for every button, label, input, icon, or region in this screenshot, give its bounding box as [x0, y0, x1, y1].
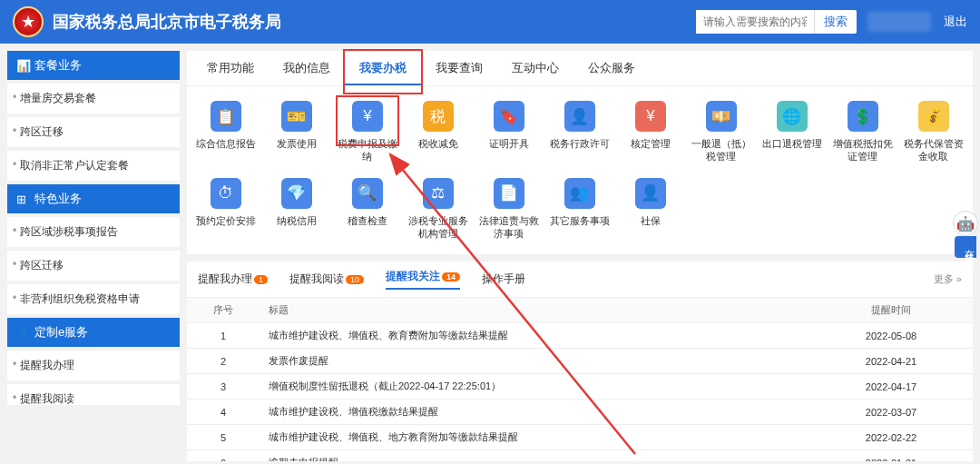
- cell-date: 2022-01-21: [809, 450, 973, 461]
- service-label: 税务代保管资金收取: [900, 137, 967, 163]
- service-item[interactable]: 👤社保: [615, 171, 686, 248]
- group-icon: ⊞: [16, 193, 29, 205]
- service-item[interactable]: 💴一般退（抵）税管理: [686, 94, 757, 171]
- service-grid: 📋综合信息报告🎫发票使用¥税费申报及缴纳税税收减免🔖证明开具👤税务行政许可¥核定…: [187, 86, 973, 254]
- service-icon: ⚖: [423, 178, 454, 209]
- group-title: 特色业务: [34, 191, 82, 207]
- reminder-tab[interactable]: 提醒我阅读10: [289, 271, 364, 287]
- service-icon: 💴: [706, 101, 737, 132]
- top-tab[interactable]: 常用功能: [192, 51, 269, 85]
- service-item[interactable]: ⏱预约定价安排: [191, 171, 261, 248]
- service-item[interactable]: 💎纳税信用: [261, 171, 332, 248]
- service-item[interactable]: 👥其它服务事项: [544, 171, 615, 248]
- cell-index: 6: [187, 450, 260, 461]
- service-label: 证明开具: [489, 137, 529, 161]
- service-label: 税收减免: [418, 137, 458, 161]
- assistant-avatar-icon[interactable]: 🤖: [953, 211, 978, 236]
- table-row[interactable]: 1城市维护建设税、增值税、教育费附加等缴款结果提醒2022-05-08: [187, 323, 973, 349]
- cell-title: 城市维护建设税、增值税、地方教育附加等缴款结果提醒: [260, 425, 809, 450]
- sidebar-group-header[interactable]: ⊞特色业务: [7, 184, 180, 213]
- reminder-tab[interactable]: 提醒我关注14: [386, 269, 460, 290]
- cell-index: 3: [187, 374, 260, 400]
- service-item[interactable]: ⚖涉税专业服务机构管理: [403, 171, 474, 248]
- sidebar-item[interactable]: 取消非正常户认定套餐: [7, 151, 180, 181]
- cell-title: 发票作废提醒: [260, 349, 809, 374]
- reminder-tab[interactable]: 操作手册: [482, 271, 525, 287]
- service-icon: 🔖: [494, 101, 524, 132]
- service-label: 一般退（抵）税管理: [688, 137, 755, 163]
- table-row[interactable]: 5城市维护建设税、增值税、地方教育附加等缴款结果提醒2022-02-22: [187, 425, 973, 450]
- user-info[interactable]: [867, 12, 931, 32]
- top-tab[interactable]: 公众服务: [573, 51, 650, 85]
- sidebar-group-header[interactable]: 👤定制e服务: [7, 318, 180, 347]
- reminder-tbody[interactable]: 1城市维护建设税、增值税、教育费附加等缴款结果提醒2022-05-082发票作废…: [187, 323, 973, 461]
- top-tab[interactable]: 互动中心: [497, 51, 573, 85]
- service-label: 法律追责与救济事项: [475, 214, 543, 241]
- reminder-table: 序号 标题 提醒时间 1城市维护建设税、增值税、教育费附加等缴款结果提醒2022…: [187, 298, 973, 461]
- service-item[interactable]: 🔍稽查检查: [332, 171, 403, 248]
- cell-title: 增值税制度性留抵退税（截止2022-04-17 22:25:01）: [260, 374, 809, 400]
- sidebar-item[interactable]: 提醒我阅读: [7, 384, 180, 405]
- service-icon: 📄: [494, 178, 524, 209]
- table-row[interactable]: 3增值税制度性留抵退税（截止2022-04-17 22:25:01）2022-0…: [187, 374, 973, 400]
- sidebar-group-header[interactable]: 📊套餐业务: [7, 51, 180, 80]
- service-icon: 📋: [211, 101, 241, 132]
- top-tabs: 常用功能我的信息我要办税我要查询互动中心公众服务: [187, 51, 973, 86]
- service-item[interactable]: ¥税费申报及缴纳: [332, 94, 403, 171]
- service-item[interactable]: 👤税务行政许可: [544, 94, 615, 171]
- online-help-button[interactable]: 在线导办: [955, 236, 976, 258]
- th-date: 提醒时间: [809, 298, 973, 323]
- search-input[interactable]: [696, 10, 814, 34]
- service-item[interactable]: 税税收减免: [403, 94, 474, 171]
- service-item[interactable]: 📄法律追责与救济事项: [474, 171, 544, 248]
- group-title: 套餐业务: [34, 57, 82, 74]
- service-label: 其它服务事项: [550, 214, 610, 238]
- sidebar-item[interactable]: 跨区域涉税事项报告: [7, 217, 180, 247]
- service-icon: ¥: [635, 101, 666, 132]
- cell-title: 城市维护建设税、增值税缴款结果提醒: [260, 400, 809, 425]
- more-link[interactable]: 更多: [934, 272, 962, 286]
- top-tab[interactable]: 我要查询: [421, 51, 497, 85]
- services-panel: 常用功能我的信息我要办税我要查询互动中心公众服务 📋综合信息报告🎫发票使用¥税费…: [187, 51, 973, 254]
- top-tab[interactable]: 我的信息: [269, 51, 345, 85]
- service-item[interactable]: 💰税务代保管资金收取: [898, 94, 969, 171]
- logout-link[interactable]: 退出: [944, 14, 967, 30]
- service-label: 预约定价安排: [196, 214, 256, 238]
- sidebar-item[interactable]: 增量房交易套餐: [7, 84, 180, 114]
- service-item[interactable]: ¥核定管理: [615, 94, 686, 171]
- header: ★ 国家税务总局北京市电子税务局 搜索 退出: [0, 0, 980, 44]
- site-title: 国家税务总局北京市电子税务局: [53, 11, 281, 33]
- reminder-tab[interactable]: 提醒我办理1: [198, 271, 268, 287]
- cell-date: 2022-04-21: [809, 349, 973, 374]
- count-badge: 14: [442, 272, 460, 281]
- sidebar-item[interactable]: 跨区迁移: [7, 251, 180, 281]
- th-title: 标题: [260, 298, 809, 323]
- group-icon: 👤: [16, 326, 29, 339]
- table-row[interactable]: 4城市维护建设税、增值税缴款结果提醒2022-03-07: [187, 400, 973, 425]
- table-row[interactable]: 6逾期未申报提醒2022-01-21: [187, 450, 973, 461]
- reminders-panel: 提醒我办理1提醒我阅读10提醒我关注14操作手册更多 序号 标题 提醒时间 1城…: [187, 262, 973, 461]
- service-item[interactable]: 🎫发票使用: [261, 94, 332, 171]
- service-icon: 💲: [848, 101, 878, 132]
- service-item[interactable]: 💲增值税抵扣凭证管理: [828, 94, 898, 171]
- search-button[interactable]: 搜索: [814, 10, 857, 34]
- table-row[interactable]: 2发票作废提醒2022-04-21: [187, 349, 973, 374]
- cell-title: 逾期未申报提醒: [260, 450, 809, 461]
- group-icon: 📊: [16, 59, 29, 72]
- cell-date: 2022-05-08: [809, 323, 973, 349]
- service-icon: 💰: [918, 101, 949, 132]
- sidebar-item[interactable]: 非营利组织免税资格申请: [7, 284, 180, 314]
- service-label: 涉税专业服务机构管理: [405, 214, 472, 241]
- cell-title: 城市维护建设税、增值税、教育费附加等缴款结果提醒: [260, 323, 809, 349]
- service-item[interactable]: 🔖证明开具: [474, 94, 544, 171]
- service-label: 核定管理: [631, 137, 671, 161]
- top-tab[interactable]: 我要办税: [345, 51, 421, 85]
- service-item[interactable]: 📋综合信息报告: [191, 94, 261, 171]
- sidebar-item[interactable]: 提醒我办理: [7, 350, 180, 380]
- search-box: 搜索: [696, 10, 857, 34]
- service-icon: 💎: [281, 178, 312, 209]
- service-label: 社保: [641, 214, 661, 238]
- service-item[interactable]: 🌐出口退税管理: [757, 94, 828, 171]
- sidebar-item[interactable]: 跨区迁移: [7, 117, 180, 147]
- service-icon: 🎫: [281, 101, 312, 132]
